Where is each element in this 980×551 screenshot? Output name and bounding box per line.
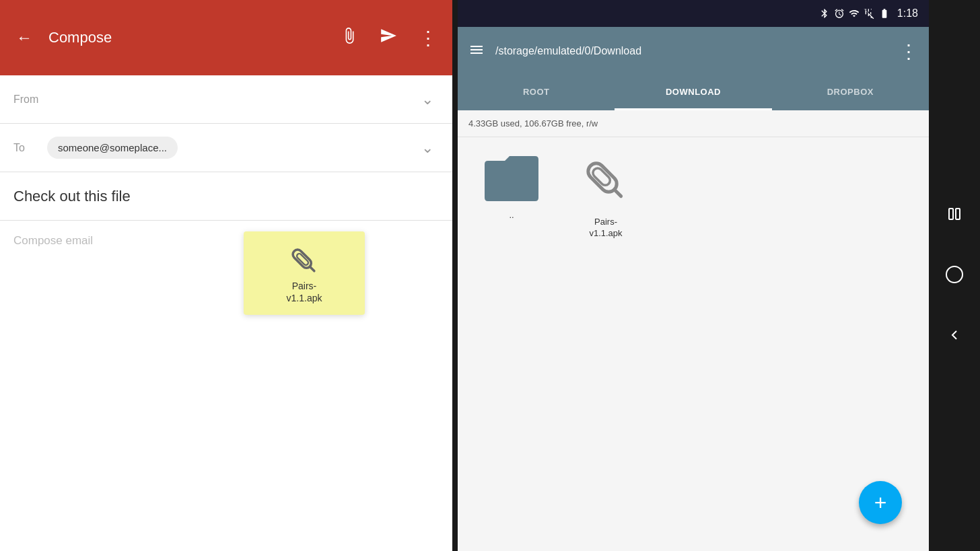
- svg-line-1: [310, 266, 314, 271]
- home-button[interactable]: [945, 265, 964, 287]
- svg-rect-2: [296, 253, 310, 266]
- svg-point-8: [946, 266, 963, 283]
- to-label: To: [13, 142, 47, 154]
- gmail-compose-panel: ← Compose ⋮ From ⌄ To someone@someplace.…: [0, 0, 452, 551]
- back-nav-button[interactable]: [946, 327, 963, 346]
- recent-apps-button[interactable]: [946, 206, 963, 225]
- folder-icon: [481, 151, 542, 205]
- list-item[interactable]: Pairs-v1.1.apk: [565, 151, 646, 240]
- svg-line-5: [615, 190, 621, 196]
- status-icons: 1:18: [819, 7, 918, 20]
- attachment-preview[interactable]: Pairs-v1.1.apk: [244, 231, 365, 315]
- battery-icon: [878, 8, 890, 19]
- back-button[interactable]: ←: [11, 23, 38, 52]
- folder-icon-svg: [481, 151, 542, 205]
- fm-toolbar: /storage/emulated/0/Download ⋮: [458, 27, 929, 75]
- svg-rect-7: [956, 209, 960, 219]
- fm-menu-button[interactable]: [468, 42, 485, 61]
- storage-info: 4.33GB used, 106.67GB free, r/w: [458, 110, 929, 137]
- compose-title: Compose: [48, 29, 324, 46]
- tab-root[interactable]: ROOT: [458, 75, 615, 110]
- attachment-name: Pairs-v1.1.apk: [287, 280, 322, 304]
- file-grid: .. Pairs-v1.1.apk: [458, 137, 929, 253]
- file-manager-panel: 1:18 /storage/emulated/0/Download ⋮ ROOT…: [458, 0, 929, 551]
- status-time: 1:18: [897, 7, 918, 20]
- send-button[interactable]: [374, 22, 403, 54]
- to-dropdown[interactable]: ⌄: [416, 134, 439, 162]
- signal-icon: [864, 8, 874, 19]
- to-field: To someone@someplace... ⌄: [0, 124, 452, 172]
- subject-text: Check out this file: [13, 188, 131, 205]
- svg-rect-6: [949, 209, 953, 219]
- fm-content: .. Pairs-v1.1.apk +: [458, 137, 929, 551]
- tab-download[interactable]: DOWNLOAD: [615, 75, 771, 110]
- apk-icon: [575, 151, 636, 211]
- fm-more-button[interactable]: ⋮: [899, 40, 918, 63]
- to-chip[interactable]: someone@someplace...: [47, 137, 178, 159]
- svg-rect-4: [591, 166, 612, 187]
- from-label: From: [13, 94, 47, 106]
- fm-path-text: /storage/emulated/0/Download: [495, 45, 888, 57]
- more-options-button[interactable]: ⋮: [413, 22, 442, 54]
- fab-button[interactable]: +: [859, 481, 902, 524]
- panel-divider: [452, 0, 458, 551]
- tab-dropbox[interactable]: DROPBOX: [772, 75, 929, 110]
- folder-label: ..: [509, 210, 514, 221]
- to-value: someone@someplace...: [47, 137, 416, 159]
- bluetooth-icon: [819, 8, 830, 19]
- fab-icon: +: [874, 492, 887, 513]
- list-item[interactable]: ..: [471, 151, 552, 240]
- android-nav-bar: [929, 0, 980, 551]
- fm-tabs: ROOT DOWNLOAD DROPBOX: [458, 75, 929, 110]
- wifi-icon: [849, 8, 860, 19]
- gmail-toolbar: ← Compose ⋮: [0, 0, 452, 75]
- from-dropdown[interactable]: ⌄: [416, 85, 439, 114]
- apk-icon-svg: [579, 154, 633, 208]
- subject-field[interactable]: Check out this file: [0, 172, 452, 221]
- attach-button[interactable]: [335, 22, 363, 54]
- alarm-icon: [834, 8, 845, 19]
- status-bar: 1:18: [458, 0, 929, 27]
- body-field[interactable]: Compose email Pairs-v1.1.apk: [0, 221, 452, 551]
- body-placeholder: Compose email: [13, 234, 93, 247]
- apk-label: Pairs-v1.1.apk: [589, 217, 622, 240]
- from-field: From ⌄: [0, 75, 452, 124]
